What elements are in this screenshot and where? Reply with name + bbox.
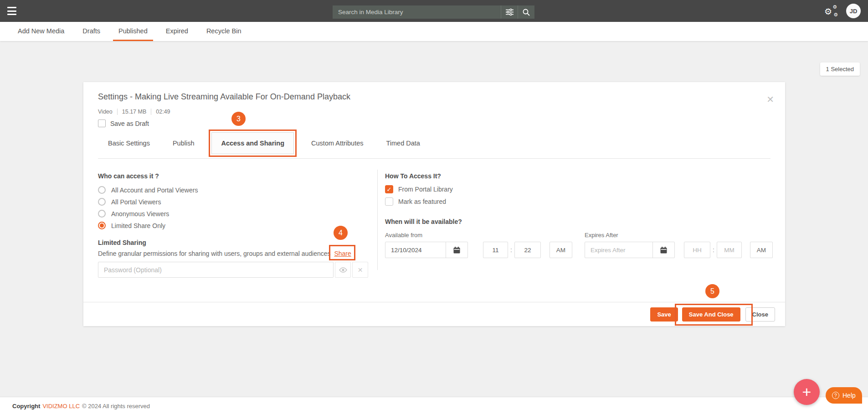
radio-all-portal-viewers[interactable]: All Portal Viewers <box>98 198 161 206</box>
save-as-draft-row[interactable]: Save as Draft <box>98 119 149 127</box>
company-link[interactable]: VIDIZMO LLC <box>42 403 80 410</box>
available-from-group <box>385 242 468 258</box>
expires-after-label: Expires After <box>585 232 618 239</box>
save-button[interactable]: Save <box>650 307 678 322</box>
panel-footer-divider <box>83 302 785 302</box>
expires-hour-input[interactable] <box>684 242 710 258</box>
panel-title: Settings - Making Live Streaming Availab… <box>98 92 350 102</box>
avatar[interactable]: JD <box>846 4 861 18</box>
filter-sliders-icon <box>506 9 514 16</box>
tabs-divider <box>98 158 770 159</box>
available-hour-input[interactable] <box>483 242 508 258</box>
save-as-draft-label: Save as Draft <box>110 120 149 127</box>
password-visibility-button[interactable] <box>335 262 351 278</box>
radio-icon-selected[interactable] <box>98 222 106 229</box>
app-root: Search in Media Library ⚙⚙⚙ JD Add New M… <box>0 0 868 415</box>
tab-access-and-sharing-annotation: Access and Sharing <box>209 130 297 157</box>
help-label: Help <box>842 392 856 399</box>
time-colon: : <box>510 246 512 254</box>
available-meridiem-button[interactable]: AM <box>550 242 572 258</box>
settings-gears-icon[interactable]: ⚙⚙⚙ <box>824 5 838 17</box>
tab-timed-data[interactable]: Timed Data <box>378 140 428 147</box>
expires-meridiem-button[interactable]: AM <box>750 242 773 258</box>
nav-item-recycle-bin[interactable]: Recycle Bin <box>201 22 247 41</box>
close-button[interactable]: Close <box>745 307 775 322</box>
help-button[interactable]: ? Help <box>826 387 862 404</box>
radio-anonymous-viewers[interactable]: Anonymous Viewers <box>98 210 169 218</box>
who-can-access-heading: Who can access it ? <box>98 172 159 180</box>
checkbox-mark-as-featured[interactable]: Mark as featured <box>385 197 446 206</box>
tab-publish[interactable]: Publish <box>164 140 203 147</box>
settings-panel: Settings - Making Live Streaming Availab… <box>83 82 785 326</box>
search-filter-button[interactable] <box>501 5 518 19</box>
media-size: 15.17 MB <box>117 109 151 115</box>
nav-item-published[interactable]: Published <box>113 22 153 41</box>
available-from-calendar-button[interactable] <box>446 242 467 258</box>
available-from-controls: : AM <box>385 242 572 258</box>
checkbox-from-portal-library[interactable]: ✓ From Portal Library <box>385 185 453 193</box>
expires-after-date-input[interactable] <box>585 242 652 258</box>
nav-item-drafts[interactable]: Drafts <box>77 22 106 41</box>
expires-after-controls: : AM <box>585 242 773 258</box>
share-link[interactable]: Share <box>334 250 351 257</box>
expires-minute-input[interactable] <box>717 242 742 258</box>
annotation-step-5-badge: 5 <box>705 284 719 298</box>
password-row: ✕ <box>98 262 368 278</box>
checkbox-unchecked-icon[interactable] <box>385 197 393 206</box>
tab-basic-settings[interactable]: Basic Settings <box>100 140 158 147</box>
tab-access-and-sharing[interactable]: Access and Sharing <box>211 132 294 154</box>
save-as-draft-checkbox[interactable] <box>98 119 106 127</box>
radio-all-account-portal-viewers[interactable]: All Account and Portal Viewers <box>98 186 198 194</box>
clear-x-icon: ✕ <box>358 266 363 274</box>
media-nav: Add New Media Drafts Published Expired R… <box>0 22 868 41</box>
add-media-fab[interactable]: + <box>794 379 820 405</box>
media-duration: 02:49 <box>151 109 175 115</box>
available-from-date-input[interactable] <box>385 242 446 258</box>
radio-icon[interactable] <box>98 210 106 218</box>
checkbox-checked-icon[interactable]: ✓ <box>385 185 393 193</box>
availability-heading: When will it be available? <box>385 218 462 225</box>
page-footer: Copyright VIDIZMO LLC © 2024 All rights … <box>0 397 868 415</box>
copyright-label: Copyright <box>12 403 40 410</box>
search-icon <box>523 9 530 16</box>
how-to-access-heading: How To Access It? <box>385 172 441 180</box>
nav-item-add-new-media[interactable]: Add New Media <box>12 22 70 41</box>
panel-actions: Save Save And Close Close <box>650 307 775 322</box>
close-icon[interactable]: ✕ <box>766 94 774 105</box>
media-library-search: Search in Media Library <box>333 5 534 19</box>
media-type: Video <box>98 109 117 115</box>
selection-count-badge: 1 Selected <box>820 62 860 76</box>
radio-icon[interactable] <box>98 198 106 206</box>
annotation-step-4-badge: 4 <box>334 226 348 240</box>
limited-sharing-heading: Limited Sharing <box>98 239 146 246</box>
radio-icon[interactable] <box>98 186 106 194</box>
hamburger-menu-icon[interactable] <box>7 7 16 15</box>
expires-after-calendar-button[interactable] <box>652 242 674 258</box>
radio-limited-share-only[interactable]: Limited Share Only <box>98 222 165 229</box>
password-input[interactable] <box>98 262 334 278</box>
media-meta: Video 15.17 MB 02:49 <box>98 109 175 115</box>
search-submit-button[interactable] <box>518 5 534 19</box>
topbar: Search in Media Library ⚙⚙⚙ JD <box>0 0 868 22</box>
annotation-step-3-badge: 3 <box>231 112 246 126</box>
limited-sharing-description: Define granular permissions for sharing … <box>98 250 351 257</box>
question-mark-icon: ? <box>832 392 839 399</box>
calendar-icon <box>660 247 667 254</box>
tab-custom-attributes[interactable]: Custom Attributes <box>303 140 371 147</box>
password-clear-button[interactable]: ✕ <box>352 262 368 278</box>
eye-icon <box>339 267 347 273</box>
save-and-close-button[interactable]: Save And Close <box>682 307 740 322</box>
available-minute-input[interactable] <box>514 242 541 258</box>
available-from-label: Available from <box>385 232 422 239</box>
nav-item-expired[interactable]: Expired <box>160 22 194 41</box>
time-colon: : <box>713 246 714 254</box>
settings-tabs: Basic Settings Publish Access and Sharin… <box>100 128 435 158</box>
topbar-right: ⚙⚙⚙ JD <box>824 0 861 22</box>
search-input[interactable]: Search in Media Library <box>333 5 501 19</box>
column-divider <box>377 170 378 270</box>
plus-icon: + <box>802 383 812 401</box>
expires-after-group <box>585 242 675 258</box>
calendar-icon <box>453 247 460 254</box>
rights-text: © 2024 All rights reserved <box>82 403 150 410</box>
